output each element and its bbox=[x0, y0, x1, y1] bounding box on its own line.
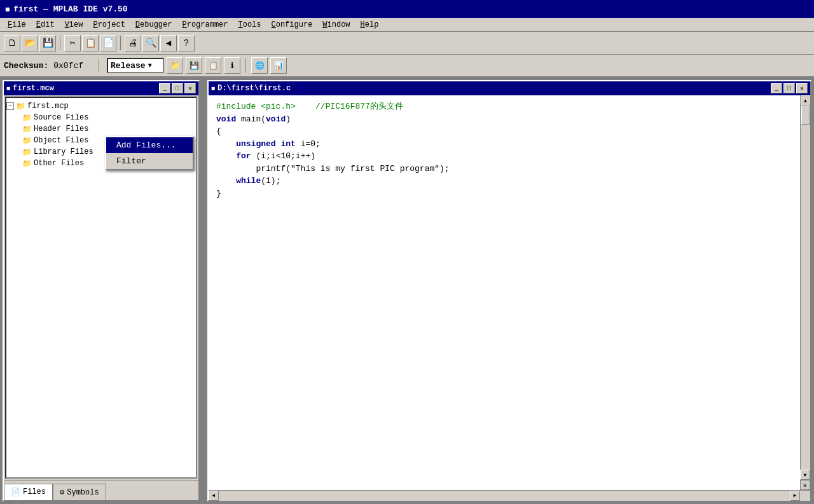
object-folder-icon: 📁 bbox=[22, 136, 32, 145]
toolbar1: 🗋 📂 💾 ✂ 📋 📄 🖨 🔍 ◀ ? bbox=[0, 32, 814, 55]
tree-object-label: Object Files bbox=[34, 136, 88, 145]
tree-library-label: Library Files bbox=[34, 147, 93, 156]
separator3 bbox=[99, 58, 99, 72]
scroll-track-v[interactable] bbox=[801, 106, 810, 490]
project-title-bar: ◼ first.mcw _ □ ✕ bbox=[4, 81, 198, 95]
back-button[interactable]: ◀ bbox=[160, 35, 177, 51]
horizontal-scrollbar[interactable]: ◄ ► bbox=[209, 491, 800, 501]
workspace: ◼ first.mcw _ □ ✕ − 📁 first.mcp 📁 Source bbox=[0, 78, 814, 504]
editor-icon: ◼ bbox=[211, 85, 215, 92]
editor-title-text: ◼ D:\first\first.c bbox=[211, 84, 771, 93]
menu-bar: File Edit View Project Debugger Programm… bbox=[0, 18, 814, 32]
other-folder-icon: 📁 bbox=[22, 159, 32, 168]
tab-files[interactable]: 📄 Files bbox=[4, 484, 53, 500]
tree-header-label: Header Files bbox=[34, 125, 88, 133]
menu-window[interactable]: Window bbox=[317, 19, 355, 31]
toolbar2-btn2[interactable]: 💾 bbox=[186, 57, 202, 74]
project-maximize-button[interactable]: □ bbox=[172, 83, 183, 93]
open-button[interactable]: 📂 bbox=[22, 35, 38, 51]
tree-source-files[interactable]: 📁 Source Files bbox=[6, 112, 196, 123]
tree-root-label: first.mcp bbox=[27, 102, 69, 111]
code-line-4: unsigned int i=0; bbox=[216, 138, 792, 151]
code-editor[interactable]: #include <pic.h> //PIC16F877的头文件 void ma… bbox=[209, 95, 800, 490]
splitter bbox=[202, 78, 207, 504]
root-expand-btn[interactable]: − bbox=[6, 102, 14, 110]
scroll-down-button[interactable]: ▼ bbox=[800, 470, 810, 480]
symbols-tab-icon: ⚙ bbox=[60, 487, 64, 497]
code-line-6: printf("This is my first PIC program"); bbox=[216, 163, 792, 175]
menu-programmer[interactable]: Programmer bbox=[177, 19, 233, 31]
app-title: first — MPLAB IDE v7.50 bbox=[13, 4, 127, 14]
tree-header-files[interactable]: 📁 Header Files bbox=[6, 123, 196, 135]
code-line-5: for (i;i<10;i++) bbox=[216, 150, 792, 163]
context-add-files[interactable]: Add Files... bbox=[106, 137, 193, 153]
library-folder-icon: 📁 bbox=[22, 147, 32, 156]
editor-window: ◼ D:\first\first.c _ □ ✕ #include <pic.h… bbox=[207, 80, 811, 501]
toolbar2-btn5[interactable]: 🌐 bbox=[251, 57, 268, 74]
code-line-7: while(1); bbox=[216, 175, 792, 187]
root-folder-icon: 📁 bbox=[15, 102, 25, 111]
separator4 bbox=[245, 58, 246, 72]
checksum-value: 0x0fcf bbox=[53, 61, 83, 71]
header-folder-icon: 📁 bbox=[22, 125, 32, 133]
files-tab-icon: 📄 bbox=[11, 487, 20, 497]
project-minimize-button[interactable]: _ bbox=[159, 83, 170, 93]
title-bar: ◼ first — MPLAB IDE v7.50 bbox=[0, 0, 814, 18]
project-tabs: 📄 Files ⚙ Symbols bbox=[4, 480, 198, 500]
search-button[interactable]: 🔍 bbox=[142, 35, 159, 51]
code-line-3: { bbox=[216, 125, 792, 138]
code-line-8: } bbox=[216, 187, 792, 200]
scroll-up-button[interactable]: ▲ bbox=[801, 95, 811, 106]
menu-view[interactable]: View bbox=[60, 19, 88, 31]
menu-help[interactable]: Help bbox=[355, 19, 384, 31]
save-button[interactable]: 💾 bbox=[39, 35, 56, 51]
checksum-label: Checksum: bbox=[4, 61, 48, 71]
print-button[interactable]: 🖨 bbox=[125, 35, 141, 51]
menu-edit[interactable]: Edit bbox=[31, 19, 60, 31]
help-button[interactable]: ? bbox=[178, 35, 195, 51]
scroll-track-h[interactable] bbox=[219, 491, 790, 501]
symbols-tab-label: Symbols bbox=[67, 488, 99, 497]
vertical-scrollbar[interactable]: ▲ ▼ ⊞ bbox=[800, 95, 810, 490]
project-tree[interactable]: − 📁 first.mcp 📁 Source Files 📁 Header Fi… bbox=[5, 97, 197, 479]
copy-button[interactable]: 📋 bbox=[82, 35, 99, 51]
menu-tools[interactable]: Tools bbox=[233, 19, 266, 31]
tree-source-label: Source Files bbox=[34, 113, 88, 122]
scroll-right-button[interactable]: ► bbox=[790, 491, 800, 501]
project-window-controls: _ □ ✕ bbox=[159, 83, 196, 93]
release-dropdown[interactable]: Release ▼ bbox=[107, 58, 164, 73]
code-line-2: void main(void) bbox=[216, 113, 792, 126]
project-close-button[interactable]: ✕ bbox=[184, 83, 196, 93]
editor-window-controls: _ □ ✕ bbox=[771, 83, 808, 93]
dropdown-arrow-icon[interactable]: ▼ bbox=[148, 62, 152, 69]
tree-root[interactable]: − 📁 first.mcp bbox=[6, 100, 196, 112]
menu-debugger[interactable]: Debugger bbox=[130, 19, 177, 31]
tab-symbols[interactable]: ⚙ Symbols bbox=[53, 484, 106, 500]
new-button[interactable]: 🗋 bbox=[4, 35, 20, 51]
toolbar2-btn6[interactable]: 📊 bbox=[270, 57, 287, 74]
files-tab-label: Files bbox=[23, 487, 46, 496]
menu-configure[interactable]: Configure bbox=[266, 19, 318, 31]
separator2 bbox=[120, 36, 121, 50]
menu-file[interactable]: File bbox=[3, 19, 31, 31]
separator1 bbox=[60, 36, 60, 50]
context-menu: Add Files... Filter bbox=[105, 136, 194, 170]
scroll-left-button[interactable]: ◄ bbox=[209, 491, 219, 501]
app-icon: ◼ bbox=[5, 4, 10, 14]
editor-content: #include <pic.h> //PIC16F877的头文件 void ma… bbox=[209, 95, 810, 490]
editor-title-bar: ◼ D:\first\first.c _ □ ✕ bbox=[209, 81, 810, 95]
editor-maximize-button[interactable]: □ bbox=[783, 83, 795, 93]
paste-button[interactable]: 📄 bbox=[100, 35, 116, 51]
context-filter[interactable]: Filter bbox=[106, 153, 193, 169]
toolbar2-btn3[interactable]: 📋 bbox=[205, 57, 221, 74]
toolbar2-btn1[interactable]: 📁 bbox=[167, 57, 183, 74]
menu-project[interactable]: Project bbox=[88, 19, 130, 31]
project-window: ◼ first.mcw _ □ ✕ − 📁 first.mcp 📁 Source bbox=[3, 80, 200, 501]
scroll-thumb-v[interactable] bbox=[801, 106, 810, 125]
code-line-1: #include <pic.h> //PIC16F877的头文件 bbox=[216, 100, 792, 113]
cut-button[interactable]: ✂ bbox=[64, 35, 81, 51]
source-folder-icon: 📁 bbox=[22, 113, 32, 122]
toolbar2-btn4[interactable]: ℹ bbox=[224, 57, 240, 74]
editor-minimize-button[interactable]: _ bbox=[771, 83, 782, 93]
editor-close-button[interactable]: ✕ bbox=[796, 83, 808, 93]
